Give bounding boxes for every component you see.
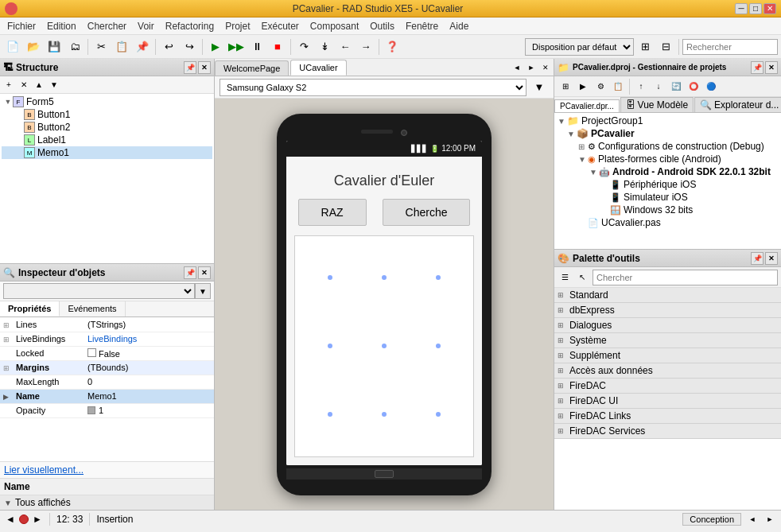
conception-tab[interactable]: Conception bbox=[682, 513, 741, 526]
device-btn[interactable]: ▼ bbox=[530, 78, 549, 97]
close-button[interactable]: ✕ bbox=[764, 3, 776, 14]
menu-chercher[interactable]: Chercher bbox=[82, 19, 132, 33]
palette-section-firedaclinks[interactable]: ⊞ FireDAC Links bbox=[554, 409, 781, 424]
layout-btn2[interactable]: ⊟ bbox=[656, 37, 675, 56]
maximize-button[interactable]: □ bbox=[749, 3, 762, 14]
tree-item-form5[interactable]: ▼ F Form5 bbox=[2, 95, 212, 108]
paste-button[interactable]: 📌 bbox=[133, 37, 152, 56]
inspector-close-button[interactable]: ✕ bbox=[198, 266, 211, 279]
pm-btn8[interactable]: ⭕ bbox=[686, 79, 701, 95]
prop-row-locked[interactable]: Locked False bbox=[0, 346, 214, 360]
forward-button[interactable]: → bbox=[356, 37, 375, 56]
pm-btn3[interactable]: ⚙ bbox=[593, 79, 608, 95]
minimize-button[interactable]: ─ bbox=[735, 3, 748, 14]
object-selector-dropdown[interactable]: ▼ bbox=[195, 283, 211, 299]
prop-row-margins[interactable]: ⊞ Margins (TBounds) bbox=[0, 360, 214, 375]
object-selector[interactable] bbox=[3, 283, 195, 299]
palette-cursor-btn[interactable]: ↖ bbox=[575, 270, 589, 285]
step-over[interactable]: ↷ bbox=[294, 37, 313, 56]
layout-btn1[interactable]: ⊞ bbox=[635, 37, 655, 56]
palette-close-button[interactable]: ✕ bbox=[765, 252, 778, 265]
pm-tab-vue[interactable]: 🗄 Vue Modèle bbox=[620, 97, 694, 112]
help-button[interactable]: ❓ bbox=[383, 37, 402, 56]
copy-button[interactable]: 📋 bbox=[112, 37, 131, 56]
ptree-configs[interactable]: ⊞ ⚙ Configurations de construction (Debu… bbox=[556, 140, 779, 153]
pm-btn9[interactable]: 🔵 bbox=[703, 79, 719, 95]
palette-section-firedac[interactable]: ⊞ FireDAC bbox=[554, 379, 781, 394]
palette-pin-button[interactable]: 📌 bbox=[751, 252, 764, 265]
pm-btn1[interactable]: ⊞ bbox=[558, 79, 573, 95]
menu-outils[interactable]: Outils bbox=[364, 19, 400, 33]
pm-btn5[interactable]: ↑ bbox=[633, 79, 649, 95]
save-button[interactable]: 💾 bbox=[45, 37, 64, 56]
pause-button[interactable]: ⏸ bbox=[247, 37, 266, 56]
scroll-right-button[interactable]: ► bbox=[525, 61, 538, 74]
prop-row-opacity[interactable]: Opacity 1 bbox=[0, 403, 214, 418]
prop-value-name[interactable]: Memo1 bbox=[84, 389, 214, 403]
pm-btn7[interactable]: 🔄 bbox=[668, 79, 684, 95]
prop-row-name[interactable]: ▶ Name Memo1 bbox=[0, 389, 214, 403]
status-nav-next[interactable]: ► bbox=[32, 514, 43, 525]
tree-item-label1[interactable]: L Label1 bbox=[2, 134, 212, 146]
ptree-ucavalier[interactable]: 📄 UCavalier.pas bbox=[556, 216, 779, 229]
tab-welcomepage[interactable]: WelcomePage bbox=[215, 60, 289, 76]
menu-fichier[interactable]: Fichier bbox=[2, 19, 41, 33]
prop-value-locked[interactable]: False bbox=[84, 346, 214, 360]
structure-pin-button[interactable]: 📌 bbox=[184, 61, 196, 74]
ptree-platforms[interactable]: ▼ ◉ Plates-formes cible (Android) bbox=[556, 153, 779, 165]
menu-edition[interactable]: Edition bbox=[41, 19, 82, 33]
tree-item-memo1[interactable]: M Memo1 bbox=[2, 146, 212, 159]
prop-value-opacity[interactable]: 1 bbox=[84, 404, 214, 418]
ptree-ios-device[interactable]: 📱 Périphérique iOS bbox=[556, 178, 779, 191]
home-button[interactable] bbox=[375, 470, 394, 478]
menu-executer[interactable]: Exécuter bbox=[256, 19, 305, 33]
run-button[interactable]: ▶ bbox=[206, 37, 225, 56]
palette-section-acces[interactable]: ⊞ Accès aux données bbox=[554, 363, 781, 379]
back-button[interactable]: ← bbox=[336, 37, 355, 56]
menu-composant[interactable]: Composant bbox=[305, 19, 364, 33]
tab-evenements[interactable]: Evénements bbox=[60, 301, 125, 316]
palette-view-btn[interactable]: ☰ bbox=[558, 270, 572, 285]
pm-tab-dpr[interactable]: PCavalier.dpr... bbox=[554, 99, 620, 112]
phone-cherche-button[interactable]: Cherche bbox=[383, 199, 471, 226]
ptree-pcavalier[interactable]: ▼ 📦 PCavalier bbox=[556, 127, 779, 140]
pm-pin-button[interactable]: 📌 bbox=[751, 61, 764, 74]
menu-fenetre[interactable]: Fenêtre bbox=[400, 19, 444, 33]
phone-memo[interactable] bbox=[294, 235, 474, 457]
status-btn2[interactable]: ► bbox=[764, 513, 776, 526]
redo-button[interactable]: ↪ bbox=[180, 37, 199, 56]
menu-voir[interactable]: Voir bbox=[132, 19, 160, 33]
structure-close-button[interactable]: ✕ bbox=[198, 61, 211, 74]
pm-tab-explorer[interactable]: 🔍 Explorateur d... bbox=[694, 97, 781, 112]
tree-btn2[interactable]: ✕ bbox=[17, 78, 31, 92]
menu-refactoring[interactable]: Refactoring bbox=[160, 19, 220, 33]
lier-link[interactable]: Lier visuellement... bbox=[4, 464, 84, 476]
status-btn1[interactable]: ◄ bbox=[746, 513, 759, 526]
palette-section-firedacservices[interactable]: ⊞ FireDAC Services bbox=[554, 424, 781, 439]
palette-section-dialogues[interactable]: ⊞ Dialogues bbox=[554, 318, 781, 333]
ptree-android[interactable]: ▼ 🤖 Android - Android SDK 22.0.1 32bit bbox=[556, 165, 779, 178]
palette-section-standard[interactable]: ⊞ Standard bbox=[554, 288, 781, 303]
device-selector[interactable]: Samsung Galaxy S2 bbox=[220, 79, 526, 96]
canvas-area[interactable]: ▋▋▋ 🔋 12:00 PM Cavalier d'Euler RAZ Cher… bbox=[215, 99, 554, 510]
pm-close-button[interactable]: ✕ bbox=[765, 61, 778, 74]
locked-checkbox[interactable] bbox=[87, 348, 96, 357]
save-all-button[interactable]: 🗂 bbox=[65, 37, 84, 56]
tab-ucavalier[interactable]: UCavalier bbox=[290, 60, 346, 76]
phone-raz-button[interactable]: RAZ bbox=[298, 199, 367, 226]
prop-value-lines[interactable]: (TStrings) bbox=[84, 317, 214, 332]
palette-section-dbexpress[interactable]: ⊞ dbExpress bbox=[554, 303, 781, 318]
tree-down-button[interactable]: ▼ bbox=[47, 78, 61, 92]
new-button[interactable]: 📄 bbox=[3, 37, 22, 56]
tab-proprietes[interactable]: Propriétés bbox=[0, 301, 60, 316]
ptree-ios-sim[interactable]: 📱 Simulateur iOS bbox=[556, 191, 779, 204]
search-input[interactable] bbox=[682, 39, 778, 55]
palette-section-supplement[interactable]: ⊞ Supplément bbox=[554, 348, 781, 363]
prop-row-lines[interactable]: ⊞ Lines (TStrings) bbox=[0, 317, 214, 332]
pm-btn6[interactable]: ↓ bbox=[651, 79, 666, 95]
tree-item-button2[interactable]: B Button2 bbox=[2, 121, 212, 134]
run-without-debug-button[interactable]: ▶▶ bbox=[227, 37, 246, 56]
palette-search-input[interactable] bbox=[593, 270, 778, 285]
step-in[interactable]: ↡ bbox=[315, 37, 334, 56]
palette-section-systeme[interactable]: ⊞ Système bbox=[554, 333, 781, 348]
